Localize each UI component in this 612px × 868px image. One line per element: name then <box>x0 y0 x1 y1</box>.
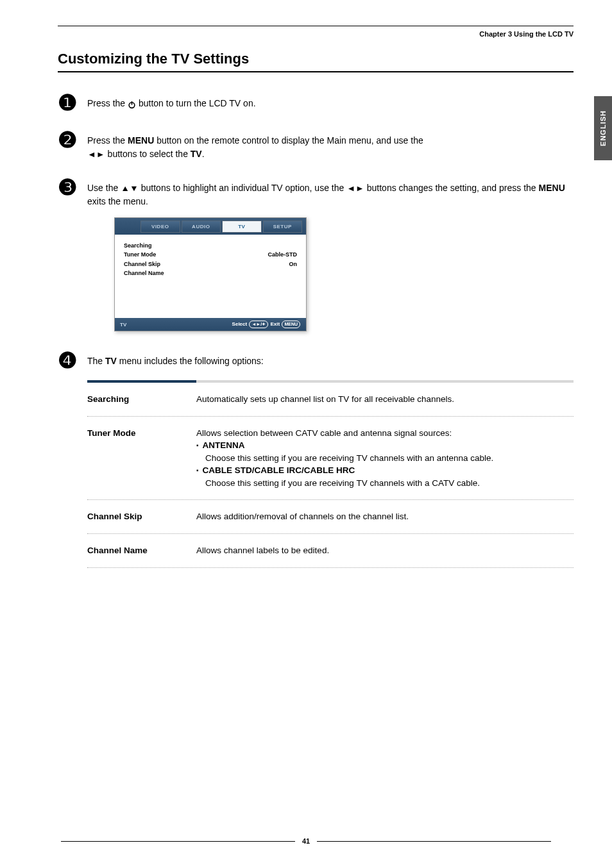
osd-label: Channel Skip <box>124 260 160 269</box>
osd-value: On <box>289 260 298 269</box>
page-number-footer: 41 <box>0 837 612 845</box>
s3-t2: buttons to highlight an individual TV op… <box>139 183 346 193</box>
chapter-label: Chapter 3 Using the LCD TV <box>58 30 574 38</box>
s3-menu: MENU <box>539 183 565 193</box>
step-2: ❷ Press the MENU button on the remote co… <box>58 129 574 161</box>
osd-row-tuner-mode: Tuner ModeCable-STD <box>124 250 297 259</box>
footer-rule-left <box>61 841 295 842</box>
bullet-cable: CABLE STD/CABLE IRC/CABLE HRC <box>196 464 574 477</box>
opt-row-tuner-mode: Tuner Mode Allows selection between CATV… <box>87 417 574 501</box>
osd-menu-pill: MENU <box>282 321 300 328</box>
bullet-head: ANTENNA <box>203 440 245 450</box>
osd-label: Searching <box>124 241 152 250</box>
opt-desc: Allows addition/removal of channels on t… <box>196 510 574 523</box>
opt-row-searching: Searching Automatically sets up channel … <box>87 383 574 417</box>
s4-t2: menu includes the following options: <box>117 356 264 366</box>
options-header-bar <box>87 380 574 383</box>
header-bar-navy <box>87 380 196 383</box>
s2-t4: . <box>202 149 205 159</box>
s4-tv: TV <box>105 356 117 366</box>
opt-desc: Allows channel labels to be edited. <box>196 544 574 557</box>
s2-t1: Press the <box>87 135 128 146</box>
step-number-3: ❸ <box>58 176 87 198</box>
osd-footer-right: Select ◄►/✦ Exit MENU <box>232 321 301 328</box>
osd-value: Cable-STD <box>268 250 297 259</box>
left-right-arrows-icon: ◄► <box>87 148 105 160</box>
page-number: 41 <box>302 837 310 845</box>
step-number-1: ❶ <box>58 92 87 113</box>
osd-footer-left: TV <box>120 322 126 328</box>
osd-label: Channel Name <box>124 269 164 278</box>
step-4: ❹ The TV menu includes the following opt… <box>58 349 574 371</box>
osd-tab-video: VIDEO <box>140 221 180 233</box>
osd-tab-tv: TV <box>222 221 262 233</box>
osd-footer: TV Select ◄►/✦ Exit MENU <box>115 318 306 331</box>
footer-rule-right <box>317 841 551 842</box>
opt-row-channel-name: Channel Name Allows channel labels to be… <box>87 534 574 568</box>
osd-row-channel-name: Channel Name <box>124 269 297 278</box>
osd-body: Searching Tuner ModeCable-STD Channel Sk… <box>115 235 306 318</box>
s3-t3: buttons changes the setting, and press t… <box>364 183 539 193</box>
bullet-antenna: ANTENNA <box>196 439 574 452</box>
opt-intro: Allows selection between CATV cable and … <box>196 428 452 438</box>
options-table: Searching Automatically sets up channel … <box>87 380 574 568</box>
osd-row-channel-skip: Channel SkipOn <box>124 260 297 269</box>
osd-screenshot: VIDEO AUDIO TV SETUP Searching Tuner Mod… <box>114 217 574 331</box>
osd-nav-pill: ◄►/✦ <box>249 321 268 328</box>
osd-label: Tuner Mode <box>124 250 156 259</box>
opt-row-channel-skip: Channel Skip Allows addition/removal of … <box>87 500 574 534</box>
power-icon <box>128 99 136 108</box>
step-1-body: Press the button to turn the LCD TV on. <box>87 92 574 110</box>
s4-t1: The <box>87 356 105 366</box>
title-rule <box>58 71 574 72</box>
page-title: Customizing the TV Settings <box>58 51 574 67</box>
step-4-body: The TV menu includes the following optio… <box>87 349 574 368</box>
osd-footer-exit: Exit <box>270 321 280 327</box>
opt-desc: Allows selection between CATV cable and … <box>196 427 574 490</box>
step-3: ❸ Use the ▲▼ buttons to highlight an ind… <box>58 176 574 208</box>
osd-tab-setup: SETUP <box>263 221 303 233</box>
bullet-antenna-body: Choose this setting if you are receiving… <box>205 452 574 465</box>
left-right-arrows-icon-2: ◄► <box>346 182 364 194</box>
step-1: ❶ Press the button to turn the LCD TV on… <box>58 92 574 113</box>
header-bar-grey <box>196 380 574 383</box>
osd-tab-audio: AUDIO <box>182 221 221 233</box>
bullet-cable-body: Choose this setting if you are receiving… <box>205 477 574 490</box>
step-2-body: Press the MENU button on the remote cont… <box>87 129 574 161</box>
s2-t2: button on the remote control to display … <box>154 135 423 146</box>
step-number-4: ❹ <box>58 349 87 371</box>
s3-t1: Use the <box>87 183 121 193</box>
bullet-head: CABLE STD/CABLE IRC/CABLE HRC <box>203 465 355 475</box>
opt-name: Searching <box>87 393 196 406</box>
opt-desc: Automatically sets up channel list on TV… <box>196 393 574 406</box>
opt-name: Tuner Mode <box>87 427 196 490</box>
osd-row-searching: Searching <box>124 241 297 250</box>
step-3-body: Use the ▲▼ buttons to highlight an indiv… <box>87 176 574 208</box>
opt-name: Channel Name <box>87 544 196 557</box>
osd-footer-select: Select <box>232 321 248 327</box>
up-down-arrows-icon: ▲▼ <box>121 182 139 194</box>
header-rule <box>58 26 574 26</box>
step1-text-before: Press the <box>87 98 128 108</box>
s2-tv: TV <box>191 149 202 159</box>
s2-t3: buttons to select the <box>105 149 191 159</box>
step1-text-after: button to turn the LCD TV on. <box>139 98 256 108</box>
s3-t4: exits the menu. <box>87 196 148 206</box>
osd-tabs: VIDEO AUDIO TV SETUP <box>115 218 306 235</box>
step-number-2: ❷ <box>58 129 87 151</box>
s2-menu: MENU <box>128 135 154 146</box>
opt-name: Channel Skip <box>87 510 196 523</box>
